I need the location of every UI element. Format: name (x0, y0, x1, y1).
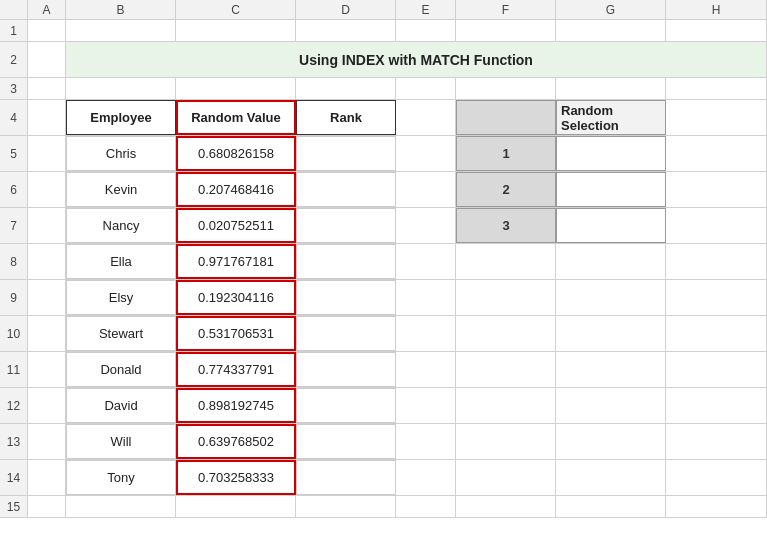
cell-b3[interactable] (66, 78, 176, 99)
cell-rank-9[interactable] (296, 460, 396, 495)
cell-a13[interactable] (28, 424, 66, 459)
cell-d1[interactable] (296, 20, 396, 41)
cell-h12[interactable] (666, 388, 767, 423)
cell-e6[interactable] (396, 172, 456, 207)
cell-rank-3[interactable] (296, 244, 396, 279)
cell-e1[interactable] (396, 20, 456, 41)
cell-random-6[interactable]: 0.774337791 (176, 352, 296, 387)
cell-f3[interactable] (456, 78, 556, 99)
cell-e12[interactable] (396, 388, 456, 423)
cell-a9[interactable] (28, 280, 66, 315)
cell-rank-0[interactable] (296, 136, 396, 171)
cell-random-3[interactable]: 0.971767181 (176, 244, 296, 279)
cell-employee-7[interactable]: David (66, 388, 176, 423)
cell-a4[interactable] (28, 100, 66, 135)
cell-a5[interactable] (28, 136, 66, 171)
cell-e15[interactable] (396, 496, 456, 517)
cell-a6[interactable] (28, 172, 66, 207)
cell-e14[interactable] (396, 460, 456, 495)
cell-e8[interactable] (396, 244, 456, 279)
cell-c15[interactable] (176, 496, 296, 517)
cell-g8[interactable] (556, 244, 666, 279)
cell-employee-6[interactable]: Donald (66, 352, 176, 387)
right-value-1[interactable] (556, 136, 666, 171)
cell-h5[interactable] (666, 136, 767, 171)
right-value-2[interactable] (556, 172, 666, 207)
right-value-3[interactable] (556, 208, 666, 243)
cell-h10[interactable] (666, 316, 767, 351)
cell-h3[interactable] (666, 78, 767, 99)
cell-e10[interactable] (396, 316, 456, 351)
cell-a7[interactable] (28, 208, 66, 243)
cell-g1[interactable] (556, 20, 666, 41)
cell-random-2[interactable]: 0.020752511 (176, 208, 296, 243)
cell-h6[interactable] (666, 172, 767, 207)
cell-f11[interactable] (456, 352, 556, 387)
cell-random-1[interactable]: 0.207468416 (176, 172, 296, 207)
cell-random-4[interactable]: 0.192304116 (176, 280, 296, 315)
cell-random-7[interactable]: 0.898192745 (176, 388, 296, 423)
cell-c3[interactable] (176, 78, 296, 99)
cell-a15[interactable] (28, 496, 66, 517)
cell-g11[interactable] (556, 352, 666, 387)
cell-h14[interactable] (666, 460, 767, 495)
cell-f8[interactable] (456, 244, 556, 279)
cell-g10[interactable] (556, 316, 666, 351)
cell-employee-9[interactable]: Tony (66, 460, 176, 495)
cell-a12[interactable] (28, 388, 66, 423)
cell-employee-5[interactable]: Stewart (66, 316, 176, 351)
cell-rank-8[interactable] (296, 424, 396, 459)
cell-e11[interactable] (396, 352, 456, 387)
cell-h11[interactable] (666, 352, 767, 387)
cell-rank-6[interactable] (296, 352, 396, 387)
cell-rank-5[interactable] (296, 316, 396, 351)
cell-a3[interactable] (28, 78, 66, 99)
cell-employee-8[interactable]: Will (66, 424, 176, 459)
cell-employee-1[interactable]: Kevin (66, 172, 176, 207)
cell-f9[interactable] (456, 280, 556, 315)
cell-employee-0[interactable]: Chris (66, 136, 176, 171)
cell-random-9[interactable]: 0.703258333 (176, 460, 296, 495)
cell-h15[interactable] (666, 496, 767, 517)
cell-employee-2[interactable]: Nancy (66, 208, 176, 243)
cell-a14[interactable] (28, 460, 66, 495)
cell-rank-1[interactable] (296, 172, 396, 207)
cell-g9[interactable] (556, 280, 666, 315)
cell-h1[interactable] (666, 20, 767, 41)
cell-g15[interactable] (556, 496, 666, 517)
cell-b15[interactable] (66, 496, 176, 517)
cell-random-0[interactable]: 0.680826158 (176, 136, 296, 171)
cell-a1[interactable] (28, 20, 66, 41)
cell-rank-7[interactable] (296, 388, 396, 423)
cell-rank-2[interactable] (296, 208, 396, 243)
cell-g13[interactable] (556, 424, 666, 459)
cell-f10[interactable] (456, 316, 556, 351)
cell-random-8[interactable]: 0.639768502 (176, 424, 296, 459)
cell-employee-3[interactable]: Ella (66, 244, 176, 279)
cell-g14[interactable] (556, 460, 666, 495)
cell-d3[interactable] (296, 78, 396, 99)
cell-f13[interactable] (456, 424, 556, 459)
cell-h8[interactable] (666, 244, 767, 279)
cell-e9[interactable] (396, 280, 456, 315)
cell-employee-4[interactable]: Elsy (66, 280, 176, 315)
cell-f1[interactable] (456, 20, 556, 41)
cell-rank-4[interactable] (296, 280, 396, 315)
cell-h13[interactable] (666, 424, 767, 459)
cell-g12[interactable] (556, 388, 666, 423)
cell-a8[interactable] (28, 244, 66, 279)
cell-e3[interactable] (396, 78, 456, 99)
cell-c1[interactable] (176, 20, 296, 41)
cell-f14[interactable] (456, 460, 556, 495)
cell-e13[interactable] (396, 424, 456, 459)
cell-h4[interactable] (666, 100, 767, 135)
cell-a2[interactable] (28, 42, 66, 77)
cell-b1[interactable] (66, 20, 176, 41)
cell-d15[interactable] (296, 496, 396, 517)
cell-h7[interactable] (666, 208, 767, 243)
cell-a10[interactable] (28, 316, 66, 351)
cell-e7[interactable] (396, 208, 456, 243)
cell-e4[interactable] (396, 100, 456, 135)
cell-f15[interactable] (456, 496, 556, 517)
cell-random-5[interactable]: 0.531706531 (176, 316, 296, 351)
